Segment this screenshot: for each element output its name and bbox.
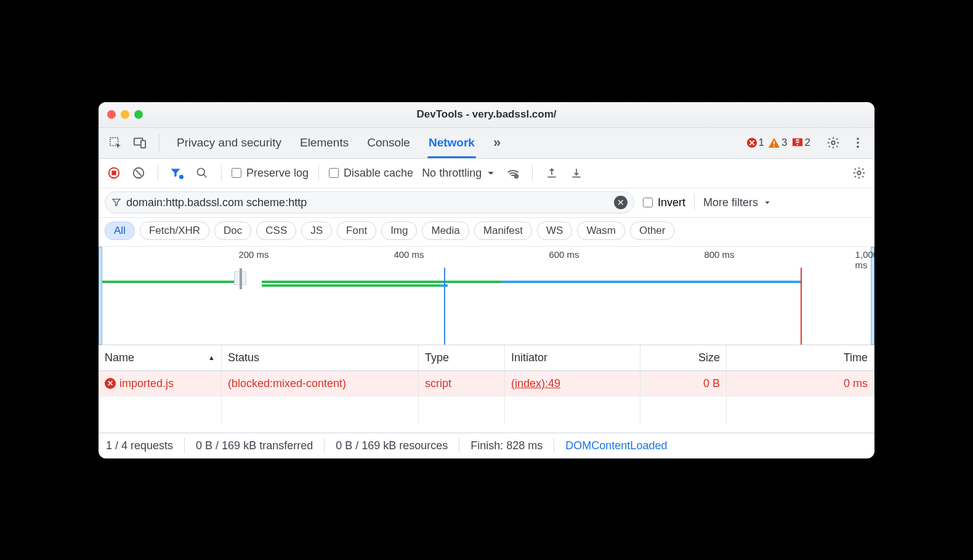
- filter-input-container: ✕: [105, 191, 634, 214]
- divider: [532, 165, 533, 181]
- svg-point-7: [796, 144, 797, 145]
- issues-indicator[interactable]: 2: [791, 137, 810, 149]
- panel-tabs: Privacy and security Elements Console Ne…: [177, 135, 501, 151]
- resource-type-filters: All Fetch/XHR Doc CSS JS Font Img Media …: [99, 218, 874, 247]
- more-filters-button[interactable]: More filters: [703, 196, 773, 209]
- minimize-button[interactable]: [121, 110, 129, 119]
- sort-ascending-icon: ▲: [208, 354, 215, 361]
- type-filter-css[interactable]: CSS: [256, 222, 296, 240]
- invert-checkbox[interactable]: Invert: [643, 196, 685, 209]
- import-har-icon[interactable]: [567, 164, 586, 182]
- divider: [184, 438, 185, 453]
- svg-point-10: [857, 142, 859, 144]
- tabs-overflow-icon[interactable]: »: [493, 135, 501, 151]
- divider: [159, 134, 159, 152]
- filter-input[interactable]: [126, 196, 609, 209]
- record-button[interactable]: [105, 164, 123, 182]
- tab-privacy-and-security[interactable]: Privacy and security: [177, 136, 281, 150]
- column-header-status[interactable]: Status: [222, 345, 419, 370]
- table-row-empty: [99, 397, 874, 423]
- status-resources: 0 B / 169 kB resources: [336, 439, 448, 452]
- svg-point-16: [198, 169, 205, 176]
- type-filter-media[interactable]: Media: [422, 222, 469, 240]
- more-menu-icon[interactable]: [847, 132, 868, 153]
- initiator-link[interactable]: (index):49: [511, 377, 560, 390]
- svg-point-8: [831, 141, 835, 145]
- type-filter-all[interactable]: All: [105, 222, 135, 240]
- svg-point-15: [179, 175, 184, 179]
- timeline-overview[interactable]: 200 ms 400 ms 600 ms 800 ms 1,000 ms: [99, 247, 874, 345]
- column-header-size[interactable]: Size: [640, 345, 727, 370]
- inspect-element-icon[interactable]: [105, 132, 126, 153]
- svg-point-18: [857, 171, 861, 175]
- svg-rect-2: [141, 140, 145, 148]
- throttling-select[interactable]: No throttling: [422, 166, 498, 180]
- divider: [318, 165, 319, 181]
- chevron-down-icon: [762, 197, 773, 208]
- type-filter-doc[interactable]: Doc: [214, 222, 251, 240]
- close-button[interactable]: [107, 110, 116, 119]
- disable-cache-checkbox[interactable]: Disable cache: [329, 167, 413, 180]
- network-toolbar: Preserve log Disable cache No throttling: [99, 159, 874, 188]
- status-finish: Finish: 828 ms: [470, 439, 543, 452]
- errors-indicator[interactable]: 1: [746, 137, 764, 149]
- tab-network[interactable]: Network: [429, 136, 475, 150]
- column-header-name[interactable]: Name ▲: [99, 345, 222, 370]
- maximize-button[interactable]: [134, 110, 143, 119]
- export-har-icon[interactable]: [543, 164, 561, 182]
- settings-gear-icon[interactable]: [823, 132, 844, 153]
- divider: [158, 165, 158, 181]
- overview-bars-2: [99, 284, 874, 287]
- network-conditions-icon[interactable]: [504, 164, 522, 182]
- status-domcontentloaded: DOMContentLoaded: [565, 439, 667, 452]
- type-filter-ws[interactable]: WS: [537, 222, 572, 240]
- device-toolbar-icon[interactable]: [129, 132, 150, 153]
- error-circle-icon: ✕: [105, 378, 116, 389]
- divider: [459, 438, 459, 453]
- status-requests: 1 / 4 requests: [106, 439, 173, 452]
- type-filter-manifest[interactable]: Manifest: [474, 222, 532, 240]
- devtools-window: DevTools - very.badssl.com/ Privacy and …: [99, 102, 874, 458]
- status-transferred: 0 B / 169 kB transferred: [196, 439, 313, 452]
- clear-button[interactable]: [129, 164, 148, 182]
- type-filter-js[interactable]: JS: [301, 222, 332, 240]
- svg-point-11: [857, 146, 859, 148]
- type-filter-fetch-xhr[interactable]: Fetch/XHR: [140, 222, 209, 240]
- svg-rect-4: [773, 141, 775, 144]
- issue-indicators: 1 3 2: [746, 137, 810, 149]
- tab-console[interactable]: Console: [367, 136, 410, 150]
- filter-bar: ✕ Invert More filters: [99, 188, 874, 218]
- filter-toggle-icon[interactable]: [168, 164, 187, 182]
- filter-icon: [111, 198, 121, 207]
- preserve-log-checkbox[interactable]: Preserve log: [232, 167, 309, 180]
- column-header-type[interactable]: Type: [419, 345, 505, 370]
- table-row[interactable]: ✕ imported.js (blocked:mixed-content) sc…: [99, 371, 874, 397]
- type-filter-font[interactable]: Font: [337, 222, 376, 240]
- svg-rect-5: [773, 146, 775, 147]
- type-filter-other[interactable]: Other: [630, 222, 675, 240]
- tab-elements[interactable]: Elements: [300, 136, 349, 150]
- search-icon[interactable]: [193, 164, 211, 182]
- divider: [324, 438, 325, 453]
- overview-load-line: [801, 268, 802, 345]
- warnings-indicator[interactable]: 3: [768, 137, 787, 149]
- chevron-down-icon: [484, 166, 498, 180]
- overview-ticks: 200 ms 400 ms 600 ms 800 ms 1,000 ms: [99, 249, 874, 262]
- overview-domcontentloaded-line: [444, 268, 445, 345]
- warning-triangle-icon: [768, 137, 780, 148]
- column-header-time[interactable]: Time: [727, 345, 874, 370]
- error-circle-icon: [746, 137, 757, 148]
- svg-rect-13: [111, 170, 116, 175]
- issue-flag-icon: [791, 137, 804, 148]
- divider: [221, 165, 222, 181]
- clear-filter-icon[interactable]: ✕: [614, 196, 628, 209]
- column-header-initiator[interactable]: Initiator: [505, 345, 640, 370]
- type-filter-img[interactable]: Img: [381, 222, 417, 240]
- network-settings-gear-icon[interactable]: [850, 164, 868, 182]
- divider: [554, 438, 554, 453]
- divider: [694, 194, 695, 210]
- svg-point-9: [857, 138, 859, 140]
- requests-table-header: Name ▲ Status Type Initiator Size Time: [99, 345, 874, 371]
- type-filter-wasm[interactable]: Wasm: [577, 222, 625, 240]
- requests-table-body: ✕ imported.js (blocked:mixed-content) sc…: [99, 371, 874, 433]
